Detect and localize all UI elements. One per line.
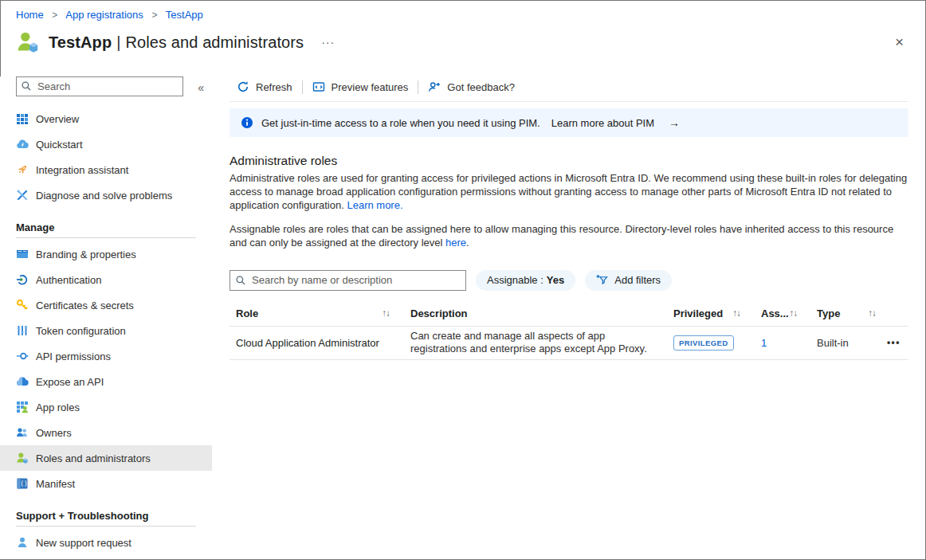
title-more-options-button[interactable]: ··· [318,34,338,50]
sidebar-item-certificates-secrets[interactable]: Certificates & secrets [0,292,212,318]
preview-features-icon [312,80,325,93]
sliders-icon [16,324,29,337]
sidebar-item-branding-properties[interactable]: Branding & properties [0,241,212,267]
refresh-label: Refresh [256,81,292,93]
sidebar-item-label: New support request [36,537,131,549]
assignments-cell: 1 [761,337,817,349]
privileged-badge: PRIVILEGED [673,335,734,350]
sidebar-section-manage: Manage [0,218,212,236]
roles-table: Role↑↓ Description Privileged↑↓ Ass...↑↓… [230,301,908,360]
sidebar-item-label: Authentication [36,274,101,286]
breadcrumb-testapp[interactable]: TestApp [166,9,203,21]
tools-icon [16,189,29,202]
sidebar-item-label: Overview [36,113,79,125]
divider [230,101,908,102]
authentication-icon [16,273,29,286]
got-feedback-label: Got feedback? [447,81,515,93]
app-roles-icon [16,401,29,413]
assignable-filter-pill[interactable]: Assignable : Yes [476,270,575,291]
table-row[interactable]: Cloud Application Administrator Can crea… [230,327,908,360]
sidebar-item-label: Integration assistant [36,164,128,176]
sidebar-item-owners[interactable]: Owners [0,420,212,445]
sort-icon[interactable]: ↑↓ [733,308,741,318]
owners-icon [16,426,29,439]
banner-link[interactable]: Learn more about PIM [551,117,654,129]
assignable-filter-label: Assignable : [487,274,543,286]
role-name-cell[interactable]: Cloud Application Administrator [230,337,410,349]
sidebar-item-diagnose[interactable]: Diagnose and solve problems [0,182,212,208]
collapse-sidebar-icon[interactable]: « [198,81,204,94]
key-icon [16,299,29,311]
breadcrumb-home[interactable]: Home [16,9,44,21]
api-permissions-icon [16,350,29,362]
sidebar-item-app-roles[interactable]: App roles [0,394,212,420]
assignable-roles-description: Assignable roles are roles that can be a… [230,223,908,250]
add-filters-button[interactable]: Add filters [585,270,672,291]
sidebar-item-roles-and-administrators[interactable]: Roles and administrators [0,445,212,471]
breadcrumb-separator: > [151,10,157,21]
toolbar-divider [302,80,303,94]
overview-icon [16,112,29,125]
sidebar-item-label: Certificates & secrets [36,300,134,311]
column-header-type[interactable]: Type↑↓ [817,307,881,319]
roles-administrators-app-icon [16,30,40,54]
sort-icon[interactable]: ↑↓ [869,308,877,318]
filter-row: Assignable : Yes Add filters [230,270,908,291]
feedback-icon [428,80,441,93]
column-header-assignments[interactable]: Ass...↑↓ [761,307,817,319]
sort-icon[interactable]: ↑↓ [790,308,798,318]
divider [16,526,196,527]
sidebar-item-label: Token configuration [36,325,126,337]
sidebar-item-label: Expose an API [36,376,104,388]
sidebar-section-support: Support + Troubleshooting [0,507,212,524]
close-icon[interactable]: × [895,34,904,49]
branding-icon [16,248,29,260]
info-icon [241,116,253,129]
sidebar-item-label: Manifest [36,478,75,490]
sidebar-item-label: Quickstart [36,139,83,151]
pim-info-banner[interactable]: Get just-in-time access to a role when y… [230,108,908,137]
refresh-button[interactable]: Refresh [237,80,292,93]
roles-administrators-icon [16,452,29,464]
page-title: TestApp|Roles and administrators [49,33,304,52]
preview-features-button[interactable]: Preview features [312,80,409,93]
got-feedback-button[interactable]: Got feedback? [428,80,515,93]
page-title-bar: TestApp|Roles and administrators ··· [16,30,338,54]
manifest-icon: () [16,477,29,490]
sidebar-item-new-support-request[interactable]: New support request [0,530,212,555]
arrow-right-icon[interactable]: → [669,116,680,129]
breadcrumb-app-registrations[interactable]: App registrations [65,9,143,21]
assignments-count-link[interactable]: 1 [761,337,767,349]
sidebar-item-api-permissions[interactable]: API permissions [0,343,212,369]
page: Home > App registrations > TestApp TestA… [0,0,926,560]
role-search-input[interactable] [230,270,466,291]
sidebar-search-input[interactable] [16,76,183,96]
sidebar-item-manifest[interactable]: () Manifest [0,471,212,496]
preview-features-label: Preview features [332,81,409,93]
sidebar-item-overview[interactable]: Overview [0,106,212,131]
column-header-role[interactable]: Role↑↓ [230,307,410,319]
quickstart-icon [16,138,29,151]
sidebar-item-label: API permissions [36,350,111,362]
column-header-privileged[interactable]: Privileged↑↓ [673,307,761,319]
sidebar-nav: Overview Quickstart Integration assistan… [0,106,212,555]
type-cell: Built-in [817,337,881,349]
sidebar: « Overview Quickstart Integration assist… [0,76,212,559]
sidebar-item-token-configuration[interactable]: Token configuration [0,318,212,343]
breadcrumb-separator: > [52,10,57,21]
main-content: Refresh Preview features Got feedback? G… [230,76,908,360]
sidebar-item-authentication[interactable]: Authentication [0,267,212,292]
column-header-description[interactable]: Description [410,307,673,319]
search-icon [21,80,32,94]
sidebar-item-quickstart[interactable]: Quickstart [0,131,212,157]
sidebar-item-label: App roles [36,401,80,413]
sidebar-item-expose-api[interactable]: Expose an API [0,369,212,394]
add-filters-label: Add filters [614,274,661,286]
here-link[interactable]: here [445,237,466,249]
learn-more-link[interactable]: Learn more. [347,199,402,211]
toolbar-divider [418,80,418,94]
sort-icon[interactable]: ↑↓ [383,308,390,318]
sidebar-item-integration-assistant[interactable]: Integration assistant [0,157,212,182]
row-more-options-icon[interactable]: ••• [881,337,908,348]
divider [16,237,196,238]
